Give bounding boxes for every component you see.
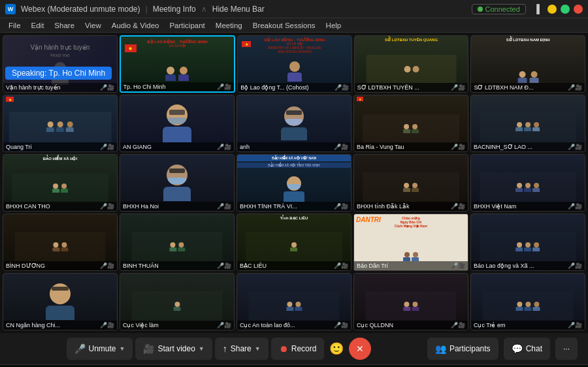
participants-label: Participants	[449, 344, 491, 353]
cell-name-anh: anh	[240, 144, 250, 150]
cell-label-ag: AN GIANG 🎤🎥	[120, 142, 234, 152]
cell-name-st: SỞ LDTBXH TUYÊN ...	[357, 84, 419, 91]
video-cell-bhxhvn[interactable]: BHXH Việt Nam 🎤🎥	[470, 154, 585, 212]
title-bar-right: Connected ▐	[472, 4, 583, 14]
more-button[interactable]: ···	[555, 338, 578, 360]
unmute-icon: 🎤	[74, 343, 86, 354]
cell-name-hn: BHXH Ha Noi	[123, 203, 159, 210]
cell-icons-bt: 🎤🎥	[217, 263, 231, 269]
hide-menu-btn[interactable]: Hide Menu Bar	[212, 5, 265, 14]
cell-name-hcm: Tp. Ho Chi Minh	[123, 84, 166, 90]
cell-label-hcm: Tp. Ho Chi Minh 🎤🎥	[121, 82, 235, 91]
cell-icons-bvn: 🎤🎥	[568, 203, 582, 210]
menu-view[interactable]: View	[80, 20, 106, 31]
cell-icons-cql: 🎤🎥	[451, 322, 465, 328]
minimize-button[interactable]	[547, 5, 557, 14]
menu-file[interactable]: File	[4, 20, 25, 31]
video-cell-baclieu[interactable]: Tỉnh BẠC LIÊU BẠC LIÊU 🎤🎥	[237, 214, 351, 271]
menu-breakout[interactable]: Breakout Sessions	[248, 20, 320, 31]
video-cell-dantri[interactable]: DANTRI Chào mừng Ngày Báo Chí Cách Mạng …	[353, 214, 468, 271]
window-controls[interactable]	[547, 5, 583, 14]
reaction-button[interactable]: 🙂	[327, 339, 346, 359]
menu-help[interactable]: Help	[321, 20, 346, 31]
menu-share[interactable]: Share	[50, 20, 79, 31]
cell-label-nh: CN Ngân hàng Chi... 🎤🎥	[3, 321, 117, 330]
cell-icons-bd: 🎤🎥	[100, 263, 114, 269]
webex-favicon: W	[5, 4, 16, 14]
close-button[interactable]	[574, 5, 583, 14]
start-video-button[interactable]: 🎥 Start video ▼	[135, 338, 212, 360]
video-cell-cucantoan[interactable]: Cục An toàn lao đô... 🎤🎥	[237, 273, 351, 330]
video-cell-hanoi[interactable]: BHXH Ha Noi 🎤🎥	[120, 154, 235, 212]
cell-label-cvl: Cục Việc làm 🎤🎥	[120, 321, 234, 330]
video-cell-baria[interactable]: ★ Ba Ria - Vung Tau 🎤🎥	[353, 95, 468, 152]
chat-icon: 💬	[512, 343, 523, 354]
connected-label: Connected	[485, 5, 520, 13]
record-label: Record	[291, 344, 317, 353]
cell-label-bl: BẠC LIÊU 🎤🎥	[237, 261, 351, 270]
video-cell-so-nam[interactable]: SỞ LDTBXH NAM ĐỊNH	[470, 35, 585, 93]
video-cell-baolaodog[interactable]: Báo Lao động và Xã ... 🎤🎥	[470, 214, 585, 271]
cell-icons-cte: 🎤🎥	[568, 322, 582, 328]
cell-icons-anh: 🎤🎥	[334, 144, 348, 150]
video-cell-van-hanh[interactable]: Vận hành trực tuyến Host me Vận hành trự…	[3, 35, 118, 93]
cell-icons-dl: 🎤🎥	[451, 203, 465, 210]
cell-label-br: Ba Ria - Vung Tau 🎤🎥	[354, 142, 468, 152]
video-cell-hcm[interactable]: BỘ LAO ĐỘNG - THƯƠNG BINH VÀ XÃ HỘI ★	[120, 35, 236, 93]
cell-label-qt: Quang Tri 🎤🎥	[3, 142, 117, 152]
cell-name-dt: Báo Dân Trí	[357, 263, 388, 269]
video-cell-cucvieclam[interactable]: Cục Việc làm 🎤🎥	[120, 273, 235, 330]
share-label: Share	[231, 344, 252, 353]
menu-audio-video[interactable]: Audio & Video	[107, 20, 164, 31]
video-cell-cuctre[interactable]: Cục Trẻ em 🎤🎥	[470, 273, 585, 330]
meeting-info-link[interactable]: Meeting Info	[153, 5, 196, 14]
cell-icons-bld: 🎤🎥	[335, 84, 349, 91]
cell-icons-bld2: 🎤🎥	[568, 263, 582, 269]
video-cell-angiang[interactable]: AN GIANG 🎤🎥	[120, 95, 235, 152]
cell-name-ct: BHXH CAN THO	[6, 203, 50, 210]
share-chevron: ▼	[255, 345, 261, 352]
connected-status: Connected	[472, 4, 526, 14]
cell-icons-bn: 🎤🎥	[568, 144, 582, 150]
toolbar-center: 🎤 Unmute ▼ 🎥 Start video ▼ ↑ Share ▼ ⏺ R…	[67, 338, 372, 360]
cell-label-hn: BHXH Ha Noi 🎤🎥	[120, 202, 234, 211]
video-cell-cucql[interactable]: Cục QLLDNN 🎤🎥	[353, 273, 468, 330]
video-cell-anh[interactable]: anh 🎤🎥	[237, 95, 351, 152]
video-cell-cantho[interactable]: BẢO HIỂM XÃ HỘI BHXH CAN THO 🎤🎥	[3, 154, 118, 212]
maximize-button[interactable]	[561, 5, 570, 14]
cell-label-sn: SỞ LDTBXH NAM Đ... 🎤🎥	[471, 83, 585, 92]
video-icon: 🎥	[143, 343, 154, 354]
share-button[interactable]: ↑ Share ▼	[215, 338, 269, 360]
cell-label-bld: Bộ Lao động T... (Cohost) 🎤🎥	[238, 83, 351, 92]
video-cell-quangtri[interactable]: ★ Quang Tri 🎤🎥	[3, 95, 118, 152]
cell-name-bld: Bộ Lao động T... (Cohost)	[240, 84, 308, 91]
cell-label-ct: BHXH CAN THO 🎤🎥	[3, 202, 117, 211]
unmute-button[interactable]: 🎤 Unmute ▼	[67, 338, 133, 360]
cell-name-cat: Cục An toàn lao đô...	[240, 322, 295, 328]
video-cell-travInh[interactable]: BẢO HIỂM XÃ HỘI VIỆT NAM BẢO HIỂM XÃ HỘI…	[237, 154, 351, 212]
unmute-chevron: ▼	[120, 345, 125, 352]
video-cell-binhtuan[interactable]: BINH THUÂN 🎤🎥	[120, 214, 235, 271]
cell-name-br: Ba Ria - Vung Tau	[357, 144, 404, 150]
menu-participant[interactable]: Participant	[165, 20, 209, 31]
cell-name-bt: BINH THUÂN	[123, 263, 159, 269]
participants-button[interactable]: 👥 Participants	[427, 338, 498, 360]
video-cell-bacninh[interactable]: BACNINH_SỞ LAO ... 🎤🎥	[470, 95, 585, 152]
video-cell-binhduong[interactable]: BÌNH DƯƠNG 🎤🎥	[3, 214, 118, 271]
menu-meeting[interactable]: Meeting	[211, 20, 247, 31]
chat-button[interactable]: 💬 Chat	[504, 338, 550, 360]
speaking-banner: Speaking: Tp. Ho Chi Minh	[5, 67, 112, 80]
toolbar: 🎤 Unmute ▼ 🎥 Start video ▼ ↑ Share ▼ ⏺ R…	[0, 333, 588, 364]
video-cell-nganhang[interactable]: CN Ngân hàng Chi... 🎤🎥	[3, 273, 118, 330]
cell-icons: 🎤🎥	[100, 84, 114, 91]
cell-label-dt: Báo Dân Trí 🎤🎥	[354, 261, 468, 270]
video-cell-so-tuyen[interactable]: SỞ LDTBXH TUYÊN QUANG SỞ LDTBXH TUYÊN ..…	[354, 35, 469, 93]
menu-edit[interactable]: Edit	[27, 20, 49, 31]
end-call-button[interactable]: ✕	[349, 338, 371, 360]
video-cell-daklak[interactable]: BHXH tỉnh Đắk Lắk 🎤🎥	[353, 154, 468, 212]
video-cell-bo-lao-dong[interactable]: BỘ LAO ĐỘNG - THƯƠNG BINH VÀ XÃ HỘI MINI…	[237, 35, 352, 93]
end-call-icon: ✕	[356, 343, 364, 354]
menu-bar: File Edit Share View Audio & Video Parti…	[0, 18, 588, 33]
record-button[interactable]: ⏺ Record	[271, 338, 325, 360]
cell-name-bn: BACNINH_SỞ LAO ...	[474, 144, 532, 150]
